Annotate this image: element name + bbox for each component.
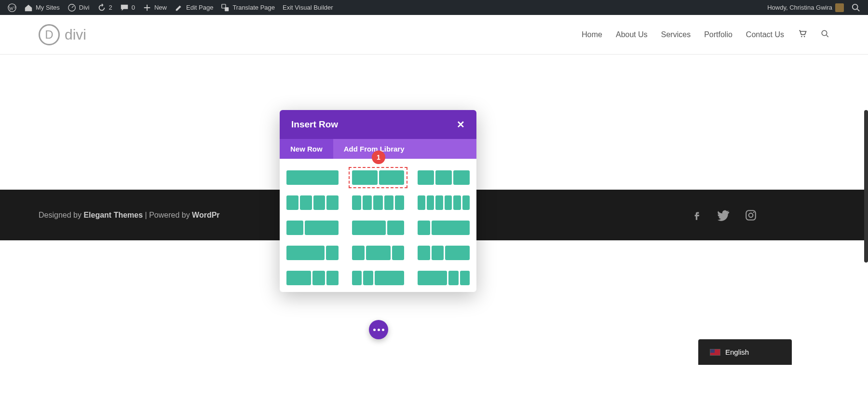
- facebook-icon[interactable]: [691, 209, 703, 222]
- footer-credit: Designed by Elegant Themes | Powered by …: [39, 211, 220, 220]
- footer-wp-link[interactable]: WordPr: [192, 211, 219, 219]
- column-layout-grid: [286, 170, 470, 285]
- layout-column: [418, 195, 425, 210]
- site-logo[interactable]: D divi: [39, 24, 582, 45]
- search-icon: [852, 3, 860, 12]
- layout-column: [352, 170, 378, 185]
- layout-column: [435, 195, 443, 210]
- column-layout-option[interactable]: [352, 221, 404, 235]
- avatar: [835, 3, 844, 12]
- layout-column: [366, 246, 391, 260]
- cart-icon: [798, 29, 807, 39]
- layout-column: [286, 195, 298, 210]
- footer-social: [691, 209, 829, 222]
- column-layout-option[interactable]: [418, 271, 470, 285]
- column-layout-option[interactable]: [352, 271, 404, 285]
- svg-point-4: [853, 4, 858, 9]
- translate-icon: [221, 3, 230, 12]
- layout-column: [387, 221, 404, 235]
- tab-add-from-library[interactable]: Add From Library: [333, 139, 476, 159]
- instagram-icon[interactable]: [745, 209, 757, 222]
- nav-services[interactable]: Services: [661, 30, 691, 39]
- user-greeting[interactable]: Howdy, Christina Gwira: [763, 0, 848, 15]
- layout-column: [326, 271, 339, 285]
- column-layout-option[interactable]: [418, 221, 470, 235]
- svg-point-9: [749, 213, 753, 217]
- comments-link[interactable]: 0: [116, 0, 139, 15]
- layout-column: [352, 221, 386, 235]
- layout-column: [286, 221, 303, 235]
- layout-column: [395, 195, 404, 210]
- modal-scrollbar[interactable]: [864, 110, 868, 263]
- column-layout-option[interactable]: [418, 170, 470, 185]
- main-nav: Home About Us Services Portfolio Contact…: [582, 29, 829, 41]
- layout-column: [435, 170, 452, 185]
- layout-column: [453, 195, 461, 210]
- my-sites-link[interactable]: My Sites: [20, 0, 64, 15]
- wordpress-icon: [8, 3, 16, 12]
- language-selector[interactable]: English: [698, 339, 792, 365]
- svg-rect-3: [225, 7, 229, 11]
- nav-search[interactable]: [821, 29, 829, 40]
- pencil-icon: [175, 3, 183, 12]
- tab-new-row[interactable]: New Row: [280, 139, 333, 159]
- updates-link[interactable]: 2: [94, 0, 116, 15]
- site-link[interactable]: Divi: [64, 0, 94, 15]
- wp-logo[interactable]: [4, 0, 20, 15]
- layout-column: [418, 170, 434, 185]
- layout-column: [286, 271, 311, 285]
- svg-point-10: [753, 211, 755, 213]
- new-link[interactable]: New: [139, 0, 171, 15]
- site-header: D divi Home About Us Services Portfolio …: [0, 15, 868, 55]
- nav-home[interactable]: Home: [582, 30, 602, 39]
- layout-column: [448, 271, 458, 285]
- svg-point-6: [804, 36, 805, 37]
- layout-column: [363, 271, 373, 285]
- layout-column: [363, 195, 372, 210]
- edit-page-link[interactable]: Edit Page: [171, 0, 217, 15]
- comment-icon: [120, 3, 129, 12]
- svg-point-7: [822, 30, 827, 36]
- close-icon[interactable]: ✕: [457, 119, 465, 130]
- nav-about[interactable]: About Us: [616, 30, 648, 39]
- column-layout-option[interactable]: [352, 195, 404, 210]
- layout-column: [326, 195, 339, 210]
- layout-column: [352, 271, 362, 285]
- column-layout-option[interactable]: [286, 170, 339, 185]
- exit-builder-link[interactable]: Exit Visual Builder: [279, 0, 337, 15]
- column-layout-option[interactable]: [418, 195, 470, 210]
- dashboard-icon: [68, 3, 76, 12]
- twitter-icon[interactable]: [718, 209, 730, 222]
- translate-page-link[interactable]: Translate Page: [217, 0, 279, 15]
- footer-themes-link[interactable]: Elegant Themes: [83, 211, 143, 219]
- layout-column: [326, 246, 339, 260]
- nav-contact[interactable]: Contact Us: [746, 30, 784, 39]
- builder-options-button[interactable]: [369, 320, 388, 339]
- layout-column: [300, 195, 312, 210]
- modal-header: Insert Row ✕: [280, 110, 476, 139]
- dot-icon: [382, 329, 384, 331]
- column-layout-option[interactable]: [286, 221, 339, 235]
- layout-column: [286, 246, 325, 260]
- layout-column: [460, 271, 470, 285]
- language-label: English: [725, 348, 749, 356]
- column-layout-option[interactable]: [352, 246, 404, 260]
- nav-portfolio[interactable]: Portfolio: [704, 30, 732, 39]
- layout-column: [432, 221, 470, 235]
- cart-link[interactable]: [798, 29, 807, 41]
- column-layout-option[interactable]: [286, 246, 339, 260]
- column-layout-option[interactable]: [418, 246, 470, 260]
- layout-column: [286, 170, 339, 185]
- layout-column: [375, 271, 404, 285]
- dot-icon: [378, 329, 380, 331]
- column-layout-option[interactable]: [286, 195, 339, 210]
- wp-admin-bar: My Sites Divi 2 0 New Edit Page Translat…: [0, 0, 868, 15]
- modal-title: Insert Row: [291, 119, 338, 130]
- column-layout-option[interactable]: [286, 271, 339, 285]
- layout-column: [418, 246, 430, 260]
- layout-column: [427, 195, 434, 210]
- admin-search[interactable]: [848, 0, 864, 15]
- layout-column: [453, 170, 470, 185]
- column-layout-option[interactable]: [352, 170, 404, 185]
- layout-column: [379, 170, 405, 185]
